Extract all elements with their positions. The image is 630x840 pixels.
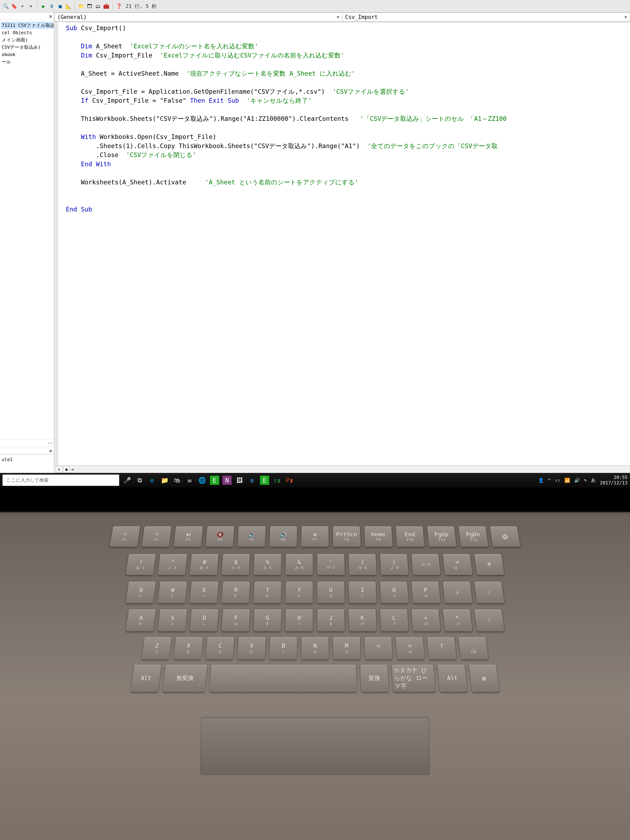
qwerty-row: QたWてEいRすTかYんUなIにOらPせ@[ — [2, 582, 628, 603]
keyboard-key: =ほ - — [443, 554, 472, 575]
keyboard-key: (ゆ 8 — [349, 554, 377, 575]
keyboard-key: Tか — [253, 582, 281, 603]
cortana-mic-icon[interactable]: 🎤 — [123, 475, 132, 485]
keyboard-key: Mも — [333, 637, 361, 660]
design-icon[interactable]: 📐 — [65, 3, 72, 9]
evernote-icon[interactable]: E — [210, 475, 219, 485]
volume-icon[interactable]: 🔊 — [574, 478, 580, 483]
ie-icon[interactable]: e — [248, 475, 257, 485]
toolbar-divider — [112, 2, 113, 10]
keyboard-key: Alt — [437, 665, 467, 692]
keyboard-key: _/め — [458, 637, 488, 660]
chevron-down-icon: ▼ — [625, 15, 627, 19]
redo-icon[interactable]: ↷ — [27, 3, 34, 9]
keyboard-key: Lり — [380, 609, 408, 632]
keyboard-key: 🔉F5 — [237, 526, 265, 547]
close-icon[interactable]: × — [49, 448, 52, 453]
people-icon[interactable]: 👤 — [538, 478, 544, 483]
vbe-toolbar: 🔍 🔖 ↶ ↷ ▶ ⏸ ■ 📐 📁 🗔 🗂 🧰 ❓ 21 行, 5 桁 — [0, 0, 630, 13]
keyboard-key: 🔊F6 — [269, 526, 297, 547]
powerpoint-icon[interactable]: P▮ — [285, 475, 294, 485]
project-icon[interactable]: 📁 — [78, 3, 85, 9]
run-icon[interactable]: ▶ — [40, 3, 47, 9]
taskbar-clock[interactable]: 20:55 2017/12/13 — [600, 475, 627, 486]
wifi-icon[interactable]: 📶 — [564, 478, 570, 483]
properties-header: × — [0, 447, 54, 454]
onenote-icon[interactable]: N — [223, 475, 232, 485]
help-icon[interactable]: ❓ — [115, 3, 122, 9]
keyboard-key: EndF10 — [396, 526, 425, 547]
file-explorer-icon[interactable]: 📁 — [160, 475, 169, 485]
keyboard-key: #あ 3 — [189, 554, 218, 575]
keyboard-key: ⏯F3 — [174, 526, 203, 547]
keyboard-key: Hく — [286, 609, 313, 632]
keyboard-key: ] — [474, 609, 504, 632]
full-module-view-button[interactable]: ▦ — [63, 466, 69, 472]
scroll-left-icon[interactable]: ◄ — [71, 467, 74, 472]
scroll-left-icon[interactable]: ‹ — [48, 441, 50, 445]
toolbox-icon[interactable]: 🧰 — [103, 3, 110, 9]
object-browser-icon[interactable]: 🗂 — [95, 3, 101, 9]
taskbar-search[interactable]: ここに入力して検索 — [3, 475, 119, 486]
tree-item[interactable]: 71211 CSVファイル取込 — [1, 22, 53, 29]
dropbox-icon[interactable]: ⇩⇩ — [555, 478, 561, 483]
keyboard-key: HomeF9 — [365, 526, 393, 547]
number-row: !ぬ 1"ふ 2#あ 3$う 4%え 5&お 6'や 7(ゆ 8)よ 9わ 0=… — [2, 554, 628, 575]
excel-icon[interactable]: x▮ — [273, 475, 282, 485]
tree-item[interactable]: obook — [1, 51, 53, 58]
cursor-position-status: 21 行, 5 桁 — [126, 3, 157, 9]
keyboard-key: Eい — [189, 582, 218, 603]
tray-chevron-icon[interactable]: ^ — [548, 478, 551, 483]
keyboard-key: Bこ — [269, 637, 297, 660]
keyboard-key: ☼F2 — [142, 526, 172, 547]
bookmark-icon[interactable]: 🔖 — [11, 3, 17, 9]
keyboard-key: 'や 7 — [317, 554, 344, 575]
tree-item[interactable]: cel Objects — [1, 29, 53, 36]
spacebar-row: Alt無変換変換カタカナ ひらがな ローマ字Alt▤ — [1, 665, 629, 692]
tree-item[interactable]: メイン画面) — [1, 36, 53, 44]
windows-taskbar: ここに入力して検索 🎤 ⧉ e 📁 🛍 ✉ 🌐 E N 🖼 e E x▮ P▮ … — [0, 473, 630, 488]
task-view-icon[interactable]: ⧉ — [135, 475, 144, 485]
module-name-label: ule1 — [2, 457, 13, 462]
tree-item[interactable]: ール — [1, 58, 53, 65]
procedure-dropdown-value: Csv_Import — [345, 14, 378, 20]
object-dropdown[interactable]: (General) ▼ — [54, 13, 342, 22]
close-icon[interactable]: × — [49, 13, 52, 19]
keyboard-key: PrtScnF8 — [333, 526, 361, 547]
procedure-view-button[interactable]: ≡ — [56, 466, 62, 472]
project-tree[interactable]: 71211 CSVファイル取込 cel Objects メイン画面) CSVデー… — [0, 20, 54, 439]
pen-icon[interactable]: ✎ — [584, 478, 587, 483]
tree-item[interactable]: CSVデータ取込み) — [1, 44, 53, 51]
edge-icon[interactable]: e — [147, 475, 157, 485]
evernote2-icon[interactable]: E — [260, 475, 269, 485]
keyboard-key: 🔇F4 — [205, 526, 234, 547]
view-tabs: ≡ ▦ ◄ — [54, 466, 630, 473]
keyboard-key: @ — [443, 582, 472, 603]
bottom-letter-row: ZつXさCそVひBこNみMも<,>ね?._/め — [2, 637, 628, 660]
code-editor[interactable]: Sub Csv_Import() Dim A_Sheet 'Excelファイルの… — [54, 22, 630, 466]
store-icon[interactable]: 🛍 — [172, 475, 182, 485]
mail-icon[interactable]: ✉ — [185, 475, 194, 485]
tree-scroll[interactable]: ‹ › — [0, 439, 54, 447]
keyboard-key: Aち — [126, 609, 156, 632]
home-row: AちSとDしFはGきHくJまKのLり+;れ*:け] — [2, 609, 628, 632]
properties-icon[interactable]: 🗔 — [86, 3, 93, 9]
undo-icon[interactable]: ↶ — [19, 3, 26, 9]
photos-icon[interactable]: 🖼 — [235, 475, 244, 485]
trackpad — [201, 717, 429, 775]
chevron-down-icon: ▼ — [337, 15, 339, 19]
procedure-dropdown[interactable]: Csv_Import ▼ — [342, 13, 630, 22]
code-pane: (General) ▼ Csv_Import ▼ Sub Csv_Import(… — [54, 13, 630, 473]
chrome-icon[interactable]: 🌐 — [197, 475, 207, 485]
pause-icon[interactable]: ⏸ — [49, 3, 55, 9]
clock-date: 2017/12/13 — [600, 480, 627, 486]
clock-time: 20:55 — [600, 475, 627, 480]
keyboard-key: ⚙F7 — [301, 526, 328, 547]
search-placeholder: ここに入力して検索 — [6, 477, 49, 483]
ime-indicator[interactable]: あ — [591, 477, 596, 483]
scroll-right-icon[interactable]: › — [51, 441, 53, 445]
stop-icon[interactable]: ■ — [57, 3, 63, 9]
keyboard-key: Uな — [317, 582, 344, 603]
properties-pane[interactable]: ule1 — [0, 454, 54, 473]
find-icon[interactable]: 🔍 — [3, 3, 9, 9]
